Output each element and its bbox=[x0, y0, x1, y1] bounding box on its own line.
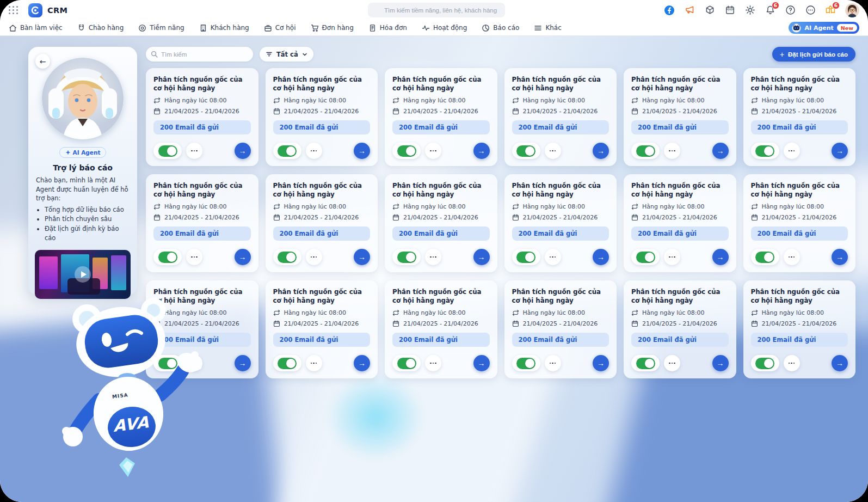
report-card[interactable]: Phân tích nguồn gốc của cơ hội hằng ngày… bbox=[624, 174, 736, 272]
nav-item-tiem-nang[interactable]: Tiềm năng bbox=[138, 24, 184, 32]
report-card[interactable]: Phân tích nguồn gốc của cơ hội hằng ngày… bbox=[504, 280, 617, 378]
open-report-button[interactable]: → bbox=[235, 143, 251, 159]
open-report-button[interactable]: → bbox=[354, 355, 370, 371]
report-card[interactable]: Phân tích nguồn gốc của cơ hội hằng ngày… bbox=[266, 280, 378, 378]
active-toggle[interactable] bbox=[751, 355, 779, 371]
help-icon[interactable] bbox=[785, 5, 796, 16]
more-options-button[interactable] bbox=[306, 249, 322, 265]
nav-item-don-hang[interactable]: Đơn hàng bbox=[311, 24, 354, 32]
calendar-icon[interactable] bbox=[724, 5, 735, 16]
open-report-button[interactable]: → bbox=[832, 355, 848, 371]
active-toggle[interactable] bbox=[273, 143, 301, 159]
active-toggle[interactable] bbox=[392, 249, 421, 265]
report-card[interactable]: Phân tích nguồn gốc của cơ hội hằng ngày… bbox=[624, 68, 736, 166]
nav-item-khach-hang[interactable]: Khách hàng bbox=[199, 24, 249, 32]
nav-item-chao-hang[interactable]: Chào hàng bbox=[77, 24, 124, 32]
play-icon[interactable] bbox=[75, 266, 91, 283]
nav-item-bao-cao[interactable]: Báo cáo bbox=[482, 24, 519, 32]
report-card[interactable]: Phân tích nguồn gốc của cơ hội hằng ngày… bbox=[504, 174, 617, 272]
active-toggle[interactable] bbox=[392, 143, 421, 159]
user-avatar[interactable] bbox=[845, 3, 859, 17]
more-options-button[interactable] bbox=[545, 143, 561, 159]
report-card[interactable]: Phân tích nguồn gốc của cơ hội hằng ngày… bbox=[743, 68, 856, 166]
global-search-input[interactable] bbox=[368, 3, 505, 17]
learning-icon[interactable]: 6 bbox=[825, 5, 836, 16]
open-report-button[interactable]: → bbox=[354, 143, 370, 159]
nav-item-hoa-don[interactable]: Hóa đơn bbox=[368, 24, 407, 32]
more-options-button[interactable] bbox=[784, 249, 800, 265]
report-search-input[interactable] bbox=[146, 47, 253, 62]
open-report-button[interactable]: → bbox=[473, 355, 490, 371]
more-options-button[interactable] bbox=[664, 143, 680, 159]
active-toggle[interactable] bbox=[273, 249, 301, 265]
more-options-button[interactable] bbox=[425, 143, 441, 159]
report-card[interactable]: Phân tích nguồn gốc của cơ hội hằng ngày… bbox=[743, 280, 856, 378]
report-card[interactable]: Phân tích nguồn gốc của cơ hội hằng ngày… bbox=[146, 68, 258, 166]
nav-item-khac[interactable]: Khác bbox=[534, 24, 561, 32]
report-card[interactable]: Phân tích nguồn gốc của cơ hội hằng ngày… bbox=[385, 280, 497, 378]
active-toggle[interactable] bbox=[631, 143, 660, 159]
report-card[interactable]: Phân tích nguồn gốc của cơ hội hằng ngày… bbox=[385, 174, 497, 272]
more-options-button[interactable] bbox=[306, 143, 322, 159]
apps-grid-icon[interactable] bbox=[9, 6, 19, 15]
intro-video-thumbnail[interactable] bbox=[35, 250, 131, 299]
gear-icon[interactable] bbox=[744, 5, 755, 16]
facebook-icon[interactable] bbox=[664, 5, 675, 16]
open-report-button[interactable]: → bbox=[832, 143, 848, 159]
ai-agent-button[interactable]: AI Agent New bbox=[789, 22, 859, 34]
open-report-button[interactable]: → bbox=[593, 143, 609, 159]
cube-icon[interactable] bbox=[704, 5, 715, 16]
report-card[interactable]: Phân tích nguồn gốc của cơ hội hằng ngày… bbox=[385, 68, 497, 166]
more-options-button[interactable] bbox=[784, 355, 800, 371]
active-toggle[interactable] bbox=[512, 143, 540, 159]
report-card[interactable]: Phân tích nguồn gốc của cơ hội hằng ngày… bbox=[266, 68, 378, 166]
active-toggle[interactable] bbox=[392, 355, 421, 371]
open-report-button[interactable]: → bbox=[473, 249, 490, 265]
more-options-button[interactable] bbox=[664, 249, 680, 265]
active-toggle[interactable] bbox=[273, 355, 301, 371]
report-card[interactable]: Phân tích nguồn gốc của cơ hội hằng ngày… bbox=[743, 174, 856, 272]
report-card[interactable]: Phân tích nguồn gốc của cơ hội hằng ngày… bbox=[146, 280, 258, 378]
bell-icon[interactable]: 6 bbox=[765, 5, 775, 16]
report-card[interactable]: Phân tích nguồn gốc của cơ hội hằng ngày… bbox=[146, 174, 258, 272]
active-toggle[interactable] bbox=[512, 355, 540, 371]
open-report-button[interactable]: → bbox=[235, 355, 251, 371]
open-report-button[interactable]: → bbox=[712, 249, 729, 265]
open-report-button[interactable]: → bbox=[593, 249, 609, 265]
crm-logo[interactable] bbox=[28, 3, 42, 17]
back-button[interactable]: ← bbox=[35, 54, 50, 69]
more-options-button[interactable] bbox=[186, 249, 202, 265]
active-toggle[interactable] bbox=[153, 355, 182, 371]
schedule-report-button[interactable]: + Đặt lịch gửi báo cáo bbox=[772, 47, 855, 62]
nav-item-co-hoi[interactable]: Cơ hội bbox=[264, 24, 296, 32]
more-options-button[interactable] bbox=[784, 143, 800, 159]
active-toggle[interactable] bbox=[751, 249, 779, 265]
nav-item-ban-lam-viec[interactable]: Bàn làm việc bbox=[9, 24, 63, 32]
report-card[interactable]: Phân tích nguồn gốc của cơ hội hằng ngày… bbox=[504, 68, 617, 166]
more-options-button[interactable] bbox=[545, 355, 561, 371]
active-toggle[interactable] bbox=[631, 355, 660, 371]
open-report-button[interactable]: → bbox=[473, 143, 490, 159]
more-options-button[interactable] bbox=[186, 355, 202, 371]
active-toggle[interactable] bbox=[153, 249, 182, 265]
active-toggle[interactable] bbox=[153, 143, 182, 159]
more-options-button[interactable] bbox=[186, 143, 202, 159]
more-options-button[interactable] bbox=[545, 249, 561, 265]
open-report-button[interactable]: → bbox=[712, 143, 729, 159]
report-card[interactable]: Phân tích nguồn gốc của cơ hội hằng ngày… bbox=[624, 280, 736, 378]
active-toggle[interactable] bbox=[751, 143, 779, 159]
more-options-button[interactable] bbox=[425, 355, 441, 371]
more-options-button[interactable] bbox=[306, 355, 322, 371]
more-options-button[interactable] bbox=[664, 355, 680, 371]
open-report-button[interactable]: → bbox=[354, 249, 370, 265]
megaphone-icon[interactable] bbox=[684, 5, 695, 16]
nav-item-hoat-dong[interactable]: Hoạt động bbox=[422, 24, 467, 32]
open-report-button[interactable]: → bbox=[832, 249, 848, 265]
open-report-button[interactable]: → bbox=[235, 249, 251, 265]
filter-dropdown[interactable]: Tất cả bbox=[260, 47, 313, 62]
more-options-button[interactable] bbox=[425, 249, 441, 265]
active-toggle[interactable] bbox=[631, 249, 660, 265]
active-toggle[interactable] bbox=[512, 249, 540, 265]
report-card[interactable]: Phân tích nguồn gốc của cơ hội hằng ngày… bbox=[266, 174, 378, 272]
open-report-button[interactable]: → bbox=[712, 355, 729, 371]
